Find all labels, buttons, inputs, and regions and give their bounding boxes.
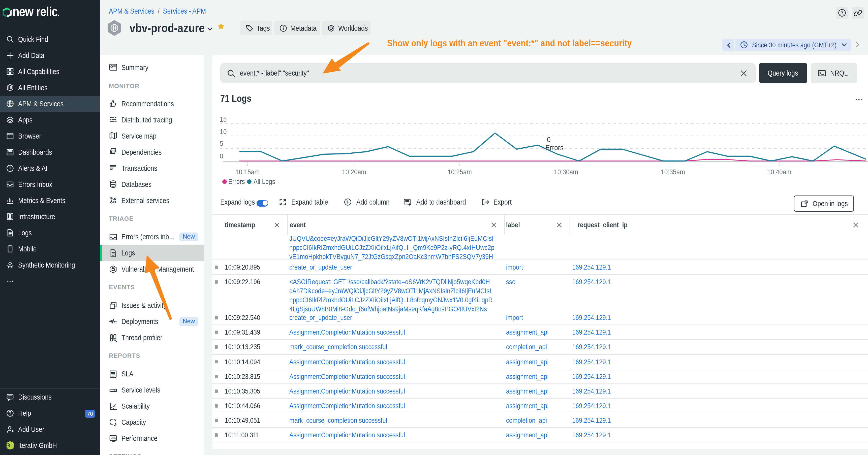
svg-text:15: 15 [220,115,226,123]
svg-text:10: 10 [220,128,226,135]
svg-text:5: 5 [220,139,223,148]
svg-text:10:20am: 10:20am [342,168,366,176]
svg-text:Errors: Errors [546,143,563,152]
svg-text:10:40am: 10:40am [767,168,792,176]
svg-text:10:35am: 10:35am [661,168,685,176]
svg-text:0: 0 [547,135,551,143]
svg-text:10:25am: 10:25am [447,168,472,176]
svg-text:10:30am: 10:30am [554,168,578,176]
svg-text:10:15am: 10:15am [236,168,259,176]
svg-text:0: 0 [220,152,223,160]
